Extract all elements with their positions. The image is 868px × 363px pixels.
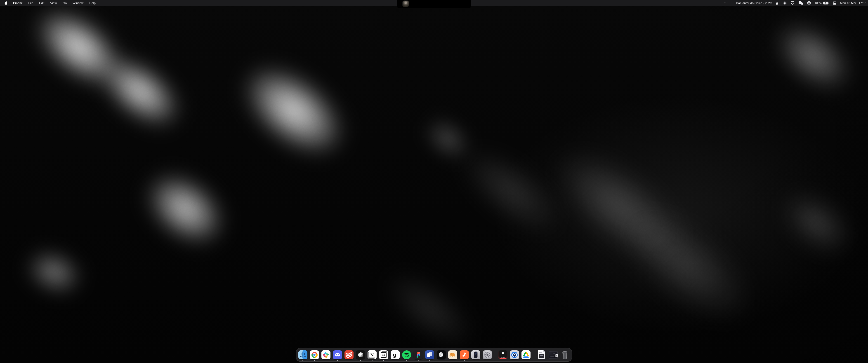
- wallpaper-grain: [0, 0, 868, 363]
- thumb-detail: [550, 357, 554, 357]
- dock-icon-cube-app[interactable]: [437, 348, 446, 361]
- dock-icon-system-settings[interactable]: [483, 348, 492, 361]
- document-file-icon: [538, 350, 545, 359]
- menu-go[interactable]: Go: [60, 0, 70, 6]
- dock-icon-finder[interactable]: [298, 348, 307, 361]
- finder-face-icon: [298, 350, 307, 359]
- postman-astronaut-icon: [460, 350, 469, 359]
- menu-bar-left: Finder File Edit View Go Window Help: [0, 0, 98, 6]
- todoist-logo-icon: [344, 350, 353, 359]
- window-pane-front: [427, 353, 430, 357]
- raycast-red-line: [500, 358, 506, 359]
- dock-icon-notion-calendar[interactable]: 10: [379, 348, 388, 361]
- status-separator: [732, 2, 733, 4]
- dock-icon-figma[interactable]: [414, 348, 423, 361]
- figma-logo-icon: [414, 350, 423, 359]
- menu-window[interactable]: Window: [70, 0, 86, 6]
- 1password-disc-icon: [511, 352, 518, 358]
- spotify-logo-icon: [402, 350, 411, 359]
- notion-n-glyph: N: [369, 352, 375, 358]
- apple-menu[interactable]: [3, 0, 10, 6]
- pick-menubar-item[interactable]: [790, 0, 795, 6]
- dock-icon-elephant-app[interactable]: [448, 348, 457, 361]
- dock-icon-chrome[interactable]: [310, 348, 319, 361]
- menu-help[interactable]: Help: [86, 0, 98, 6]
- iphone-icon: [471, 350, 480, 359]
- dock-divider: [495, 350, 495, 360]
- menubar-manager-item[interactable]: [833, 0, 836, 6]
- menu-bar-status: ••• Dar jantar do Chico · in 2m g: [724, 0, 868, 6]
- desktop: Finder File Edit View Go Window Help •••…: [0, 0, 868, 363]
- raycast-diamond-icon: [502, 352, 504, 354]
- dock-icon-discord[interactable]: [333, 348, 342, 361]
- trash-bin-icon: [560, 350, 569, 360]
- granola-cursor: [397, 353, 397, 357]
- wallpaper: [0, 0, 868, 363]
- thumb-detail: [550, 355, 553, 355]
- raycast-label: raycast: [498, 357, 507, 358]
- dock-icon-postman[interactable]: [460, 348, 469, 361]
- notch: [397, 0, 471, 8]
- doc-preview-block: [539, 354, 544, 358]
- crystal-cube-icon: [437, 350, 446, 359]
- menu-view[interactable]: View: [47, 0, 60, 6]
- battery-percent: 100%: [815, 2, 822, 5]
- 1password-keyhole-icon: [512, 353, 517, 357]
- apple-logo-icon: [4, 1, 7, 5]
- dock-icon-slack[interactable]: [321, 348, 331, 361]
- badge-number: 11: [556, 355, 558, 357]
- display-icon: [798, 1, 803, 5]
- granola-glyph: g: [776, 1, 778, 5]
- chrome-logo-icon: [311, 352, 318, 358]
- clock-time: 17:58: [859, 1, 866, 5]
- now-playing-album-art[interactable]: [403, 1, 409, 7]
- page-fold: [544, 350, 545, 352]
- dock-divider: [534, 350, 534, 360]
- notion-calendar-glyph: 10: [381, 352, 386, 358]
- menu-edit[interactable]: Edit: [36, 0, 47, 6]
- stack-count-badge: 11: [555, 354, 558, 357]
- battery-indicator[interactable]: 100%: [815, 0, 829, 6]
- text-cursor-icon: [779, 2, 780, 4]
- reminder-menu-item[interactable]: Dar jantar do Chico · in 2m: [736, 0, 772, 6]
- sphere-icon: [356, 350, 365, 359]
- dock-icon-1password[interactable]: [510, 348, 519, 361]
- dock-icon-windows-app[interactable]: [425, 348, 434, 361]
- dock-file-document[interactable]: [537, 348, 546, 361]
- screenshot-thumbnail: 11: [549, 351, 558, 359]
- dock-icon-todoist[interactable]: [344, 348, 353, 361]
- granola-letter: g: [393, 352, 396, 358]
- keyhole-icon: [807, 1, 811, 5]
- clock-date: Mon 10 Mar: [840, 1, 856, 5]
- thumb-detail: [553, 353, 555, 354]
- discord-logo-icon: [333, 350, 342, 359]
- dock-icon-notion[interactable]: N: [368, 348, 377, 361]
- battery-charging-icon: [823, 2, 829, 4]
- slack-logo-icon: [321, 350, 331, 359]
- flower-icon: [783, 1, 787, 5]
- 1password-menubar-item[interactable]: [807, 0, 811, 6]
- dock-file-screenshot-stack[interactable]: 11: [549, 348, 558, 361]
- menu-clock[interactable]: Mon 10 Mar 17:58: [840, 0, 866, 6]
- dock-icon-sphere-app[interactable]: [356, 348, 365, 361]
- gear-icon: [483, 350, 492, 359]
- toggle-switches-icon: [833, 1, 836, 5]
- pick-shield-icon: [790, 1, 795, 5]
- dock-icon-raycast[interactable]: raycast: [498, 348, 507, 361]
- elephant-icon: [448, 350, 457, 359]
- granola-menubar-icon[interactable]: g: [776, 0, 779, 6]
- google-drive-icon: [522, 350, 530, 359]
- dock-icon-granola[interactable]: g: [391, 348, 400, 361]
- dock: N 10 g: [296, 348, 572, 362]
- dock-icon-trash[interactable]: [560, 348, 569, 361]
- hidden-items-ellipsis[interactable]: •••: [724, 0, 728, 6]
- doc-text-line: [539, 352, 542, 353]
- dock-icon-spotify[interactable]: [402, 348, 411, 361]
- audio-visualizer-icon: [459, 3, 462, 5]
- menu-file[interactable]: File: [25, 0, 36, 6]
- dock-icon-iphone-mirroring[interactable]: [471, 348, 480, 361]
- flower-menubar-item[interactable]: [783, 0, 787, 6]
- menu-finder[interactable]: Finder: [10, 0, 25, 6]
- display-menubar-item[interactable]: [798, 0, 803, 6]
- dock-icon-google-drive[interactable]: [522, 348, 530, 361]
